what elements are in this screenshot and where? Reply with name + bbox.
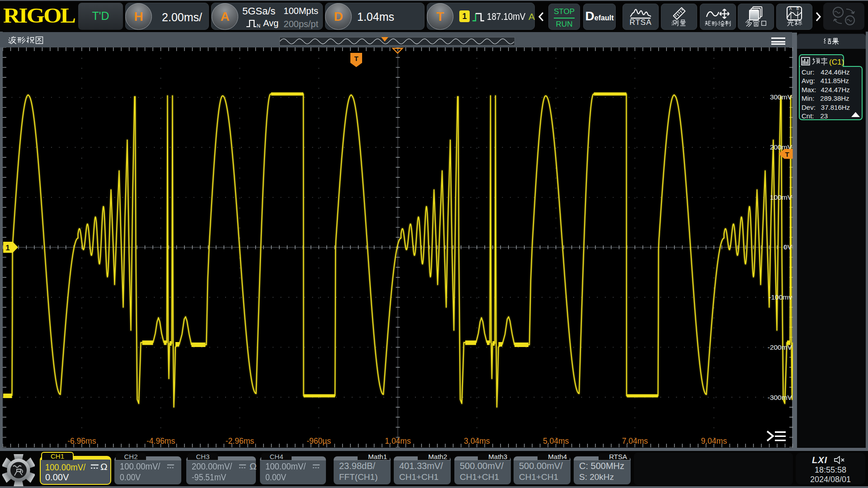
svg-text:T: T [354, 55, 358, 62]
svg-text:-4.96ms: -4.96ms [146, 436, 175, 446]
svg-text:A: A [789, 6, 792, 11]
svg-text:-100mv: -100mv [769, 293, 792, 301]
svg-text:B: B [797, 6, 799, 11]
svg-text:-6.96ms: -6.96ms [67, 436, 96, 446]
svg-text:-960µs: -960µs [307, 436, 331, 446]
svg-text:-200mV: -200mV [768, 343, 793, 351]
svg-text:3.04ms: 3.04ms [464, 436, 490, 446]
svg-text:1.04ms: 1.04ms [385, 436, 411, 446]
svg-text:T: T [785, 150, 789, 158]
svg-text:0V: 0V [783, 243, 793, 251]
svg-text:300mV: 300mV [770, 93, 793, 101]
svg-text:100mV: 100mV [770, 193, 793, 201]
svg-text:7.04ms: 7.04ms [622, 436, 648, 446]
svg-text:N: N [257, 23, 260, 28]
svg-text:9.04ms: 9.04ms [701, 436, 727, 446]
svg-text:1: 1 [5, 244, 9, 252]
svg-text:-300mV: -300mV [768, 394, 793, 401]
svg-text:-2.96ms: -2.96ms [226, 436, 254, 446]
svg-text:5.04ms: 5.04ms [543, 436, 569, 446]
